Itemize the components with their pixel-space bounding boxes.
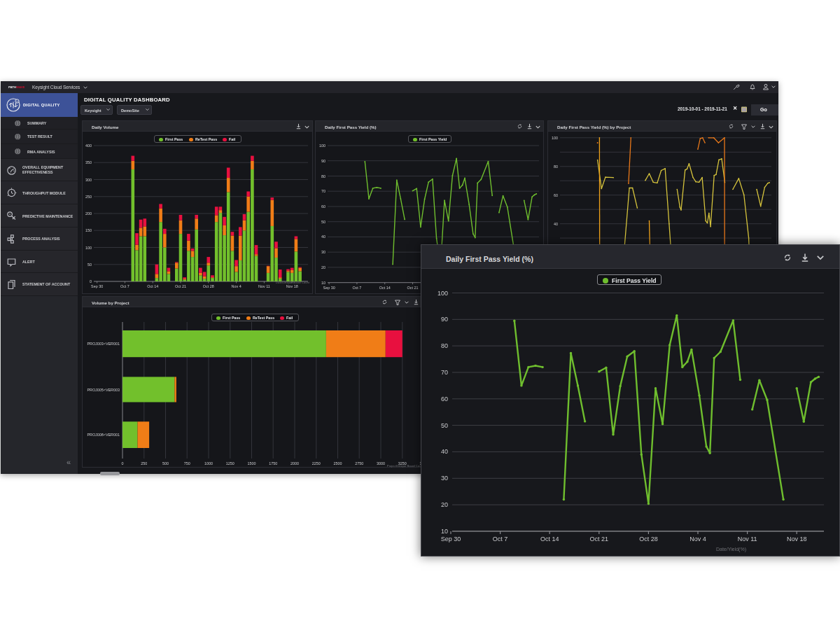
svg-text:Oct 28: Oct 28	[203, 284, 214, 288]
svg-text:Nov 11: Nov 11	[738, 536, 757, 542]
svg-text:100: 100	[552, 136, 558, 140]
svg-text:Oct 14: Oct 14	[540, 536, 559, 542]
svg-text:200: 200	[85, 211, 92, 216]
svg-text:10: 10	[321, 281, 326, 285]
svg-text:60: 60	[321, 204, 326, 209]
svg-text:Date/Unique Board Count: Date/Unique Board Count	[276, 281, 310, 284]
svg-text:Project/Unique Board Count: Project/Unique Board Count	[387, 464, 424, 468]
svg-text:90: 90	[321, 159, 326, 163]
svg-text:70: 70	[441, 369, 448, 376]
svg-text:250: 250	[85, 195, 92, 199]
svg-text:20: 20	[321, 265, 326, 270]
svg-text:1750: 1750	[269, 461, 277, 465]
svg-text:50: 50	[88, 262, 92, 267]
svg-text:2750: 2750	[355, 461, 363, 465]
svg-text:Date/Yield(%): Date/Yield(%)	[716, 547, 746, 552]
svg-text:300: 300	[85, 178, 92, 182]
svg-text:Sep 30: Sep 30	[441, 536, 461, 542]
svg-text:3000: 3000	[377, 461, 385, 465]
svg-text:60: 60	[441, 396, 448, 402]
svg-text:100: 100	[85, 246, 92, 250]
svg-text:20: 20	[441, 501, 448, 508]
svg-text:150: 150	[85, 228, 92, 232]
svg-text:40: 40	[441, 448, 448, 455]
svg-text:250: 250	[141, 461, 147, 465]
svg-text:0: 0	[90, 279, 92, 284]
svg-text:750: 750	[184, 461, 190, 465]
svg-text:Nov 4: Nov 4	[232, 284, 241, 288]
svg-text:Oct 7: Oct 7	[352, 286, 361, 290]
svg-text:50: 50	[441, 422, 448, 429]
svg-text:60: 60	[554, 193, 558, 197]
svg-text:40: 40	[554, 222, 558, 226]
svg-text:70: 70	[321, 189, 326, 193]
svg-text:350: 350	[85, 160, 92, 164]
svg-text:1500: 1500	[248, 461, 256, 465]
svg-text:Sep 30: Sep 30	[91, 284, 103, 288]
svg-text:PROJ005<VER003: PROJ005<VER003	[87, 388, 120, 392]
svg-text:500: 500	[162, 461, 169, 465]
svg-text:30: 30	[441, 475, 448, 482]
svg-text:10: 10	[441, 528, 448, 535]
svg-text:80: 80	[554, 164, 558, 169]
svg-text:Oct 14: Oct 14	[147, 284, 158, 288]
svg-text:Sep 30: Sep 30	[323, 286, 335, 290]
svg-text:80: 80	[321, 174, 326, 178]
svg-text:Oct 7: Oct 7	[120, 284, 130, 288]
svg-text:PROJ003<VER001: PROJ003<VER001	[87, 342, 120, 346]
svg-text:0: 0	[122, 461, 124, 465]
svg-text:PROJ008<VER001: PROJ008<VER001	[87, 433, 120, 437]
svg-text:50: 50	[321, 220, 326, 224]
svg-text:1250: 1250	[226, 461, 234, 465]
svg-text:100: 100	[319, 144, 326, 148]
svg-text:Oct 14: Oct 14	[379, 286, 391, 290]
svg-text:Nov 11: Nov 11	[258, 284, 270, 288]
svg-text:90: 90	[441, 316, 448, 323]
svg-text:2000: 2000	[290, 461, 299, 465]
svg-text:400: 400	[85, 144, 92, 148]
svg-text:80: 80	[441, 342, 448, 349]
svg-text:Oct 7: Oct 7	[493, 536, 508, 542]
svg-text:100: 100	[438, 290, 448, 297]
svg-text:1000: 1000	[204, 461, 213, 465]
svg-text:Oct 21: Oct 21	[407, 286, 419, 290]
svg-text:2500: 2500	[334, 461, 342, 465]
svg-text:40: 40	[321, 234, 326, 239]
svg-text:30: 30	[321, 250, 326, 254]
svg-text:Oct 21: Oct 21	[590, 536, 609, 542]
svg-text:Nov 18: Nov 18	[286, 284, 298, 288]
svg-text:2250: 2250	[312, 461, 321, 465]
svg-text:Nov 4: Nov 4	[690, 536, 706, 542]
svg-text:Oct 21: Oct 21	[175, 284, 186, 288]
svg-text:Oct 28: Oct 28	[639, 536, 658, 542]
svg-text:Nov 18: Nov 18	[787, 536, 807, 542]
